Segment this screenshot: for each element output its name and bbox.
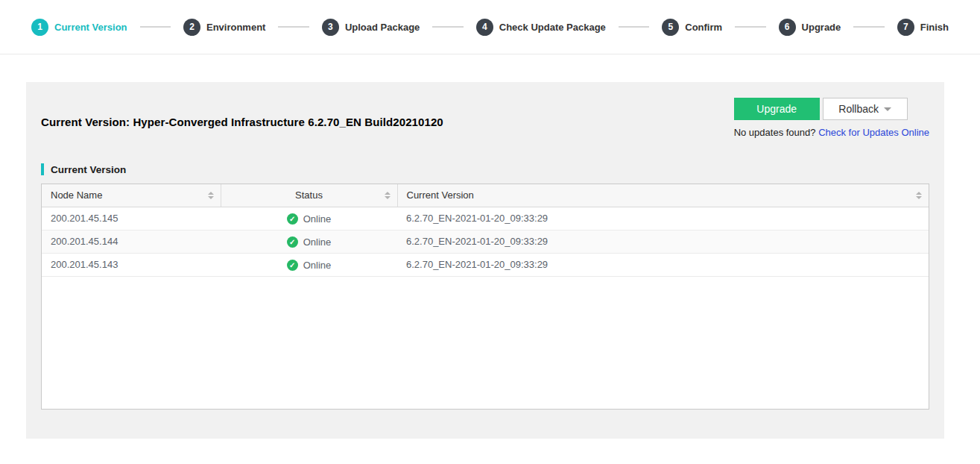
step-label: Environment [206,22,265,33]
step-check-update-package: 4 Check Update Package [476,19,606,36]
sort-icon[interactable] [208,192,214,199]
check-updates-online-link[interactable]: Check for Updates Online [818,127,929,138]
step-connector [619,26,649,28]
step-number-badge: 2 [183,19,200,36]
status-label: Online [303,260,332,271]
column-header-status[interactable]: Status [221,184,397,207]
status-label: Online [303,236,332,248]
node-name-cell: 200.201.45.145 [42,207,221,230]
step-label: Finish [920,22,949,33]
table-row: 200.201.45.145 ✓ Online 6.2.70_EN-2021-0… [42,207,929,230]
step-connector [140,26,171,28]
sort-icon[interactable] [385,192,391,199]
step-connector [853,26,884,28]
node-name-cell: 200.201.45.144 [42,230,221,253]
column-header-node-name[interactable]: Node Name [42,184,221,207]
step-label: Upgrade [802,22,841,33]
table-row: 200.201.45.144 ✓ Online 6.2.70_EN-2021-0… [42,230,929,253]
rollback-button-label: Rollback [838,103,879,115]
step-connector [432,26,463,28]
wizard-stepper: 1 Current Version 2 Environment 3 Upload… [31,19,949,36]
wizard-stepper-bar: 1 Current Version 2 Environment 3 Upload… [0,0,980,54]
chevron-down-icon [884,107,891,111]
no-updates-text: No updates found? [734,127,816,138]
step-current-version: 1 Current Version [31,19,127,36]
column-header-current-version[interactable]: Current Version [397,184,929,207]
step-number-badge: 4 [476,19,493,36]
upgrade-button[interactable]: Upgrade [734,98,820,120]
step-upgrade: 6 Upgrade [779,19,841,36]
online-check-icon: ✓ [287,213,298,225]
panel-actions: Upgrade Rollback No updates found? Check… [734,98,929,138]
section-heading: Current Version [41,163,929,175]
step-label: Upload Package [345,22,420,33]
step-connector [735,26,765,28]
step-number-badge: 1 [31,19,48,36]
current-version-cell: 6.2.70_EN-2021-01-20_09:33:29 [397,253,929,276]
step-finish: 7 Finish [897,19,949,36]
step-label: Check Update Package [499,22,606,33]
step-number-badge: 6 [779,19,796,36]
table-header-row: Node Name Status Current Version [42,184,929,207]
current-version-cell: 6.2.70_EN-2021-01-20_09:33:29 [397,207,929,230]
online-check-icon: ✓ [287,260,298,271]
step-connector [278,26,309,28]
sort-icon[interactable] [916,192,922,199]
update-hint: No updates found? Check for Updates Onli… [734,127,929,138]
status-cell: ✓ Online [221,253,397,276]
online-check-icon: ✓ [287,236,298,248]
step-confirm: 5 Confirm [662,19,722,36]
step-label: Current Version [54,22,127,33]
status-label: Online [303,213,332,225]
step-number-badge: 5 [662,19,679,36]
step-label: Confirm [685,22,722,33]
current-version-panel: Current Version: Hyper-Converged Infrast… [26,82,944,439]
node-version-table: Node Name Status Current Version 200.201 [41,184,929,410]
status-cell: ✓ Online [221,230,397,253]
step-upload-package: 3 Upload Package [322,19,420,36]
node-name-cell: 200.201.45.143 [42,253,221,276]
rollback-dropdown-button[interactable]: Rollback [823,98,908,120]
step-number-badge: 7 [897,19,914,36]
section-title: Current Version [51,164,126,175]
section-accent-bar [41,163,44,175]
step-environment: 2 Environment [183,19,265,36]
current-version-cell: 6.2.70_EN-2021-01-20_09:33:29 [397,230,929,253]
table-row: 200.201.45.143 ✓ Online 6.2.70_EN-2021-0… [42,253,929,276]
status-cell: ✓ Online [221,207,397,230]
step-number-badge: 3 [322,19,339,36]
